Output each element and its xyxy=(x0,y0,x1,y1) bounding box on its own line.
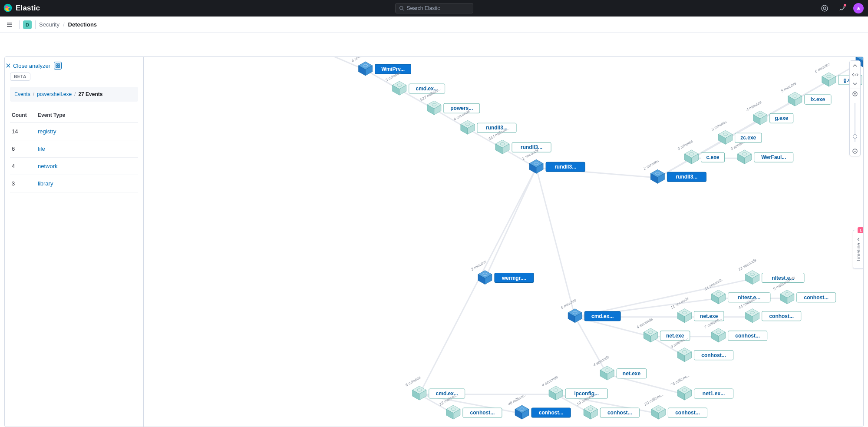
svg-text:powers...: powers... xyxy=(450,105,473,111)
svg-point-2 xyxy=(8,8,10,10)
svg-rect-13 xyxy=(58,64,59,65)
process-node[interactable]: rundll3...2 minutes xyxy=(642,159,706,184)
cell-type: file xyxy=(36,140,138,158)
user-avatar[interactable]: a xyxy=(853,3,864,13)
process-breadcrumb: Events / powershell.exe / 27 Events xyxy=(10,87,138,102)
svg-text:6 minutes: 6 minutes xyxy=(405,375,422,387)
crumb-events[interactable]: Events xyxy=(14,91,30,97)
sidebar: BETA Events / powershell.exe / 27 Events… xyxy=(5,57,144,427)
col-type: Event Type xyxy=(36,109,138,123)
process-node[interactable]: conhost...9 millisec... xyxy=(670,336,733,362)
svg-text:net.exe: net.exe xyxy=(700,313,718,319)
process-node[interactable]: conhost...7 millisec... xyxy=(704,316,767,342)
process-node[interactable]: net1.ex...76 millisec... xyxy=(670,373,733,400)
process-node[interactable]: rundll3...2 seconds xyxy=(521,148,585,174)
cell-count: 6 xyxy=(10,140,36,158)
process-node[interactable]: g.exe4 minutes xyxy=(746,99,793,125)
event-type-link[interactable]: registry xyxy=(38,128,56,135)
nav-menu-toggle[interactable] xyxy=(3,19,16,31)
svg-text:conhost...: conhost... xyxy=(607,410,632,416)
brand-name[interactable]: Elastic xyxy=(16,4,40,13)
process-node[interactable]: nltest.e...11 seconds xyxy=(738,258,804,284)
col-count: Count xyxy=(10,109,36,123)
svg-text:2 minutes: 2 minutes xyxy=(470,259,487,272)
svg-text:20 millisec...: 20 millisec... xyxy=(643,392,664,407)
svg-text:net.exe: net.exe xyxy=(623,371,641,377)
table-row: 4network xyxy=(10,158,138,175)
table-row: 3library xyxy=(10,175,138,192)
svg-point-3 xyxy=(399,7,403,10)
svg-line-40 xyxy=(575,317,607,374)
search-icon xyxy=(399,6,404,11)
event-type-link[interactable]: library xyxy=(38,180,53,187)
pan-down-button[interactable] xyxy=(850,79,860,89)
svg-text:rundll3...: rundll3... xyxy=(676,174,697,180)
svg-text:5 minutes: 5 minutes xyxy=(780,81,797,93)
svg-text:lx.exe: lx.exe xyxy=(811,96,825,103)
breadcrumb-parent[interactable]: Security xyxy=(39,21,59,28)
svg-point-5 xyxy=(822,5,828,11)
crumb-count: 27 Events xyxy=(78,91,102,97)
svg-text:11 seconds: 11 seconds xyxy=(704,277,723,291)
divider xyxy=(19,20,20,29)
process-node[interactable]: cmd.ex...6 minutes xyxy=(560,298,620,323)
svg-text:WmiPrv...: WmiPrv... xyxy=(381,66,405,72)
svg-line-31 xyxy=(536,168,575,317)
zoom-thumb[interactable] xyxy=(853,134,857,139)
search-placeholder: Search Elastic xyxy=(407,5,440,11)
process-node[interactable]: nltest.e...11 seconds xyxy=(704,277,770,304)
svg-text:conhost...: conhost... xyxy=(539,410,564,416)
top-header: Elastic Search Elastic a xyxy=(0,0,868,17)
process-node[interactable]: net.exe4 seconds xyxy=(592,354,647,380)
svg-text:11 seconds: 11 seconds xyxy=(738,258,757,271)
close-analyzer-button[interactable]: Close analyzer xyxy=(6,63,50,69)
svg-text:6 minutes: 6 minutes xyxy=(814,61,831,73)
svg-text:3 minutes: 3 minutes xyxy=(677,139,693,151)
process-node[interactable]: wermgr....2 minutes xyxy=(470,259,534,285)
zoom-out-button[interactable] xyxy=(850,146,860,156)
svg-text:2 minutes: 2 minutes xyxy=(642,159,660,171)
help-icon[interactable] xyxy=(818,2,831,14)
svg-text:net.exe: net.exe xyxy=(666,333,684,339)
zoom-in-button[interactable] xyxy=(850,89,860,99)
svg-point-6 xyxy=(823,7,826,10)
svg-line-4 xyxy=(403,9,404,10)
newsfeed-icon[interactable] xyxy=(836,2,848,14)
svg-text:c.exe: c.exe xyxy=(706,154,719,160)
timeline-badge: 1 xyxy=(858,227,863,233)
svg-rect-15 xyxy=(58,66,59,67)
breadcrumb-sep: / xyxy=(63,21,65,28)
event-type-link[interactable]: file xyxy=(38,146,45,152)
svg-text:76 millisec...: 76 millisec... xyxy=(670,373,690,387)
event-type-link[interactable]: network xyxy=(38,163,58,169)
beta-badge: BETA xyxy=(10,73,30,81)
divider xyxy=(35,20,36,29)
graph-canvas[interactable]: WmiPrv...6 secondscmd.ex...3 minutespowe… xyxy=(144,57,863,427)
process-node[interactable]: ipconfig...4 seconds xyxy=(541,374,607,400)
svg-text:conhost...: conhost... xyxy=(769,313,794,319)
cell-count: 4 xyxy=(10,158,36,175)
process-node[interactable]: WmiPrv...6 seconds xyxy=(351,57,411,76)
center-dot-icon xyxy=(855,74,856,76)
avatar-initial: a xyxy=(857,6,860,11)
pan-center-button[interactable] xyxy=(850,70,860,79)
close-icon xyxy=(6,63,10,68)
close-analyzer-label: Close analyzer xyxy=(13,63,50,69)
svg-text:conhost...: conhost... xyxy=(470,410,495,416)
breadcrumb-current: Detections xyxy=(68,21,97,28)
space-selector[interactable]: D xyxy=(23,20,32,29)
pan-up-button[interactable] xyxy=(850,61,860,70)
svg-text:cmd.ex...: cmd.ex... xyxy=(591,313,614,319)
svg-text:zc.exe: zc.exe xyxy=(740,135,756,141)
elastic-logo-icon[interactable] xyxy=(3,3,12,13)
view-mode-toggle[interactable] xyxy=(54,62,62,70)
svg-text:g.exe: g.exe xyxy=(775,115,788,121)
crumb-process[interactable]: powershell.exe xyxy=(37,91,72,97)
timeline-flyout-tab[interactable]: 1 Timeline xyxy=(853,230,863,269)
grid-icon xyxy=(56,63,60,68)
analyzer-panel: BETA Events / powershell.exe / 27 Events… xyxy=(4,56,864,427)
svg-text:4 seconds: 4 seconds xyxy=(592,354,610,367)
global-search-input[interactable]: Search Elastic xyxy=(395,3,473,13)
zoom-slider[interactable] xyxy=(850,99,860,146)
svg-text:3 minutes: 3 minutes xyxy=(711,119,728,132)
